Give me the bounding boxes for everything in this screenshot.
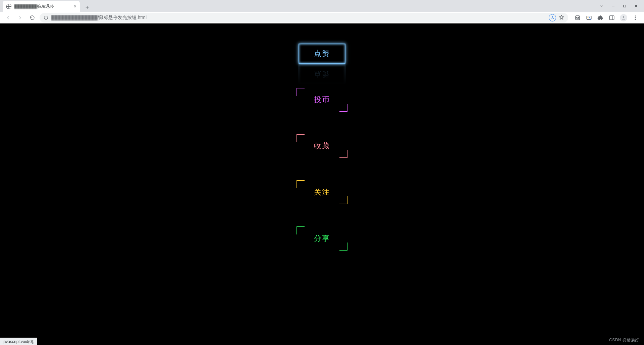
extension-icons: [571, 14, 641, 21]
tab-strip: ████████/鼠标悬停 × +: [0, 0, 644, 12]
svg-rect-8: [576, 16, 580, 20]
tab-close-button[interactable]: ×: [74, 4, 76, 9]
browser-chrome: ████████/鼠标悬停 × +: [0, 0, 644, 23]
window-close-button[interactable]: [634, 4, 638, 8]
svg-point-10: [578, 17, 579, 17]
svg-rect-1: [624, 5, 626, 7]
page-viewport: 点赞 投币 收藏 关注 分享 javascript:void(0); CSDN …: [0, 23, 644, 345]
browser-toolbar: ██████████████/鼠标悬停发光按钮.html: [0, 12, 644, 23]
svg-point-9: [577, 17, 577, 17]
tab-search-button[interactable]: [600, 4, 604, 8]
back-button[interactable]: [3, 13, 13, 22]
button-stage: 点赞 投币 收藏 关注 分享: [299, 44, 345, 249]
svg-rect-13: [609, 16, 614, 20]
browser-tab[interactable]: ████████/鼠标悬停 ×: [3, 1, 80, 12]
svg-point-16: [635, 15, 636, 16]
glow-button-follow[interactable]: 关注: [299, 182, 345, 202]
svg-marker-7: [559, 15, 564, 19]
window-controls: [594, 0, 644, 12]
side-panel-icon[interactable]: [608, 14, 615, 21]
site-info-icon[interactable]: [44, 15, 48, 20]
tab-title: ████████/鼠标悬停: [14, 4, 71, 9]
globe-icon: [6, 4, 11, 9]
url-redacted-host: ██████████████: [51, 15, 98, 20]
watermark: CSDN @赫晨好: [609, 337, 639, 343]
chrome-menu-button[interactable]: [632, 14, 639, 21]
glow-button-share[interactable]: 分享: [299, 228, 345, 249]
profile-avatar[interactable]: [620, 14, 627, 21]
glow-button-like[interactable]: 点赞: [299, 44, 345, 64]
extensions-puzzle-icon[interactable]: [597, 14, 604, 21]
svg-point-17: [635, 17, 636, 18]
tab-title-suffix: /鼠标悬停: [37, 4, 54, 9]
tab-title-redacted: ████████: [14, 4, 37, 9]
status-bar: javascript:void(0);: [0, 338, 37, 345]
status-text: javascript:void(0);: [3, 339, 34, 344]
svg-point-18: [635, 19, 636, 20]
share-button[interactable]: [549, 14, 556, 21]
url-suffix: /鼠标悬停发光按钮.html: [98, 15, 147, 20]
extension-icon-1[interactable]: [574, 14, 581, 21]
window-minimize-button[interactable]: [611, 4, 615, 8]
svg-point-15: [623, 16, 625, 18]
new-tab-button[interactable]: +: [83, 3, 92, 12]
extension-icon-2[interactable]: [586, 14, 592, 21]
window-maximize-button[interactable]: [623, 4, 627, 8]
address-bar[interactable]: ██████████████/鼠标悬停发光按钮.html: [40, 13, 568, 22]
reload-button[interactable]: [28, 13, 37, 22]
forward-button[interactable]: [15, 13, 25, 22]
glow-button-fav[interactable]: 收藏: [299, 136, 345, 156]
svg-point-12: [588, 17, 589, 18]
bookmark-star-button[interactable]: [559, 15, 564, 21]
glow-button-coin[interactable]: 投币: [299, 90, 345, 110]
url-text: ██████████████/鼠标悬停发光按钮.html: [51, 15, 147, 21]
